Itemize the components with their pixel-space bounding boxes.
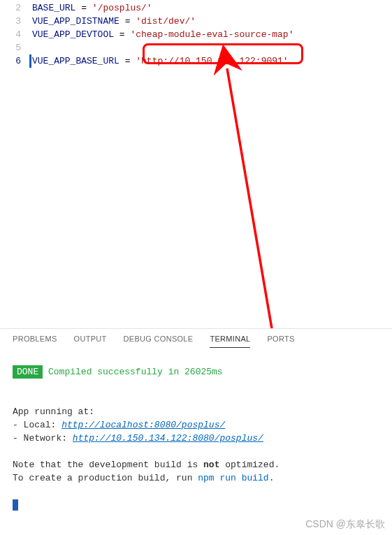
op-token: = <box>114 29 130 40</box>
line-number: 3 <box>0 15 21 28</box>
code-line[interactable]: VUE_APP_BASE_URL = 'http://10.150.134.12… <box>32 54 392 68</box>
terminal-cursor-line[interactable] <box>13 498 379 511</box>
compiled-message: Compiled successfully in 26025ms <box>43 367 222 377</box>
bottom-panel: PROBLEMS OUTPUT DEBUG CONSOLE TERMINAL P… <box>0 328 392 535</box>
local-label: - Local: <box>13 420 61 430</box>
var-token: BASE_URL <box>32 3 75 13</box>
code-line[interactable]: VUE_APP_DISTNAME = 'dist/dev/' <box>32 15 392 28</box>
line-number: 5 <box>0 41 21 54</box>
line-number: 6 <box>0 54 21 68</box>
var-token: VUE_APP_DISTNAME <box>32 16 119 27</box>
op-token: = <box>119 16 136 27</box>
var-token: VUE_APP_DEVTOOL <box>32 29 114 40</box>
terminal-cursor <box>13 499 18 511</box>
line-number: 2 <box>0 1 21 15</box>
done-badge: DONE <box>13 365 43 379</box>
code-editor[interactable]: 2 3 4 5 6 BASE_URL = '/posplus/' VUE_APP… <box>0 0 392 328</box>
code-line[interactable]: BASE_URL = '/posplus/' <box>32 1 392 15</box>
terminal-output[interactable]: DONE Compiled successfully in 26025ms Ap… <box>13 353 379 511</box>
terminal-line: Note that the development build is not o… <box>13 458 379 471</box>
code-line[interactable]: VUE_APP_DEVTOOL = 'cheap-module-eval-sou… <box>32 28 392 41</box>
terminal-line: - Network: http://10.150.134.122:8080/po… <box>13 432 379 445</box>
network-url-link[interactable]: http://10.150.134.122:8080/posplus/ <box>73 433 263 444</box>
string-token: 'http://10.150.134.122:9091' <box>136 56 288 66</box>
var-token: VUE_APP_BASE_URL <box>32 56 119 66</box>
tab-ports[interactable]: PORTS <box>267 335 294 347</box>
local-url-link[interactable]: http://localhost:8080/posplus/ <box>61 420 225 430</box>
network-label: - Network: <box>13 433 73 444</box>
op-token: = <box>119 56 136 66</box>
terminal-line: - Local: http://localhost:8080/posplus/ <box>13 418 379 432</box>
panel-tabs: PROBLEMS OUTPUT DEBUG CONSOLE TERMINAL P… <box>13 335 379 353</box>
string-token: 'cheap-module-eval-source-map' <box>130 29 293 40</box>
terminal-line: To create a production build, run npm ru… <box>13 471 379 485</box>
line-number: 4 <box>0 28 21 41</box>
code-line[interactable] <box>32 41 392 54</box>
op-token: = <box>75 3 92 13</box>
tab-terminal[interactable]: TERMINAL <box>210 335 250 348</box>
terminal-line <box>13 485 379 498</box>
tab-debug-console[interactable]: DEBUG CONSOLE <box>124 335 194 347</box>
terminal-line: App running at: <box>13 405 379 418</box>
line-number-gutter: 2 3 4 5 6 <box>0 0 32 328</box>
string-token: 'dist/dev/' <box>136 16 196 27</box>
active-line-marker <box>29 54 31 68</box>
string-token: '/posplus/' <box>92 3 152 13</box>
terminal-line <box>13 379 379 392</box>
tab-problems[interactable]: PROBLEMS <box>13 335 57 347</box>
npm-command: npm run build <box>198 473 268 483</box>
terminal-line: DONE Compiled successfully in 26025ms <box>13 365 379 379</box>
code-content[interactable]: BASE_URL = '/posplus/' VUE_APP_DISTNAME … <box>32 0 392 328</box>
tab-output[interactable]: OUTPUT <box>74 335 107 347</box>
terminal-line <box>13 392 379 405</box>
terminal-line <box>13 445 379 458</box>
